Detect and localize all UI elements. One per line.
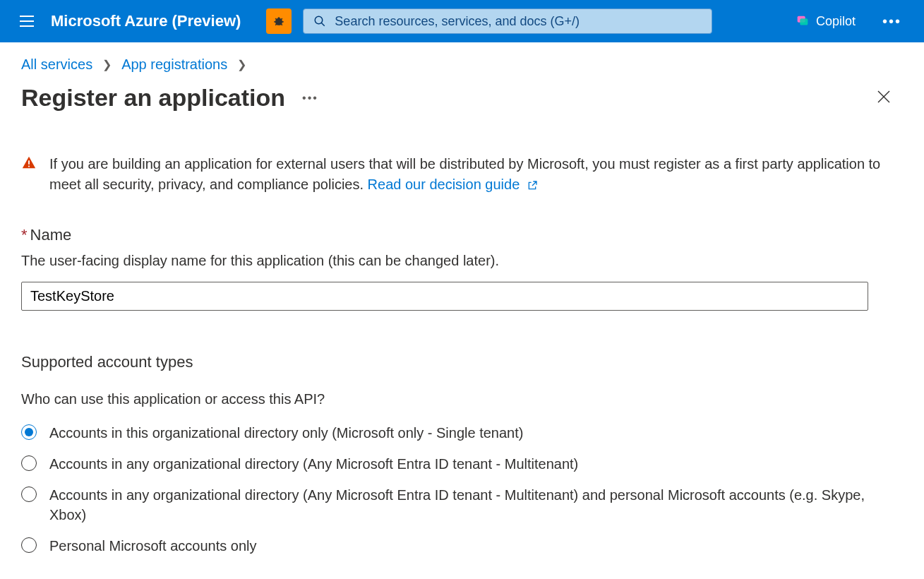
debug-button[interactable] — [266, 8, 292, 34]
content-area: All services ❯ App registrations ❯ Regis… — [0, 42, 924, 570]
breadcrumb: All services ❯ App registrations ❯ — [21, 56, 903, 73]
account-types-radio-group: Accounts in this organizational director… — [21, 423, 897, 556]
search-box[interactable] — [303, 8, 712, 34]
svg-point-3 — [316, 16, 323, 24]
header-more-button[interactable]: ••• — [874, 8, 910, 35]
close-button[interactable] — [872, 85, 896, 112]
svg-rect-0 — [20, 16, 34, 17]
page-more-button[interactable]: ••• — [302, 92, 318, 105]
form-scroll-area: If you are building an application for e… — [21, 154, 903, 556]
name-input[interactable] — [21, 282, 868, 311]
radio-button[interactable] — [21, 537, 37, 553]
radio-button[interactable] — [21, 424, 37, 440]
svg-rect-2 — [20, 25, 34, 27]
top-header: Microsoft Azure (Preview) Copilot ••• — [0, 0, 924, 42]
name-label: *Name — [21, 226, 897, 244]
copilot-button[interactable]: Copilot — [788, 13, 863, 29]
radio-button[interactable] — [21, 487, 37, 502]
account-type-option-0[interactable]: Accounts in this organizational director… — [21, 423, 897, 443]
chevron-right-icon: ❯ — [102, 58, 112, 71]
svg-rect-1 — [20, 20, 34, 22]
account-type-option-2[interactable]: Accounts in any organizational directory… — [21, 485, 897, 525]
breadcrumb-all-services[interactable]: All services — [21, 56, 92, 73]
close-icon — [877, 90, 890, 103]
radio-button[interactable] — [21, 455, 37, 471]
required-star: * — [21, 226, 28, 244]
breadcrumb-app-registrations[interactable]: App registrations — [121, 56, 227, 73]
copilot-icon — [795, 13, 810, 29]
search-input[interactable] — [335, 14, 702, 29]
radio-label: Personal Microsoft accounts only — [49, 536, 256, 556]
radio-label: Accounts in any organizational directory… — [49, 454, 578, 474]
account-type-option-1[interactable]: Accounts in any organizational directory… — [21, 454, 897, 474]
account-type-option-3[interactable]: Personal Microsoft accounts only — [21, 536, 897, 556]
chevron-right-icon: ❯ — [237, 58, 246, 71]
page-title-row: Register an application ••• — [21, 84, 903, 112]
warning-text: If you are building an application for e… — [49, 154, 897, 195]
warning-icon — [21, 155, 37, 171]
radio-label: Accounts in any organizational directory… — [49, 485, 897, 525]
name-hint: The user-facing display name for this ap… — [21, 253, 897, 269]
account-types-question: Who can use this application or access t… — [21, 391, 897, 407]
page-title: Register an application — [21, 84, 285, 112]
brand-label[interactable]: Microsoft Azure (Preview) — [51, 12, 241, 30]
svg-rect-8 — [28, 166, 30, 167]
bug-icon — [272, 14, 286, 28]
hamburger-menu[interactable] — [14, 10, 40, 32]
hamburger-icon — [20, 16, 34, 27]
copilot-label: Copilot — [816, 14, 856, 29]
svg-rect-7 — [28, 160, 30, 165]
decision-guide-link[interactable]: Read our decision guide — [368, 177, 520, 192]
search-icon — [313, 15, 326, 28]
svg-line-4 — [322, 23, 325, 26]
account-types-title: Supported account types — [21, 353, 897, 371]
external-link-icon — [527, 180, 538, 191]
radio-label: Accounts in this organizational director… — [49, 423, 523, 443]
warning-banner: If you are building an application for e… — [21, 154, 897, 195]
